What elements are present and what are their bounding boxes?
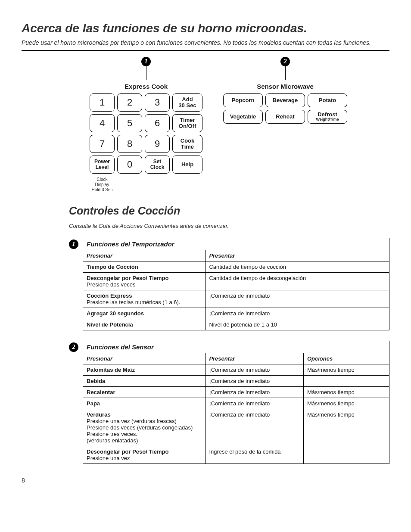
cell-sub: Presione una vez xyxy=(87,455,130,461)
key-7[interactable]: 7 xyxy=(90,135,115,153)
table-row: Descongelar por Peso/ Tiempo Presione un… xyxy=(83,446,389,464)
table-row: Nivel de Potencia Nivel de potencia de 1… xyxy=(83,319,389,330)
key-add30-l1: Add xyxy=(182,96,193,103)
page-subtitle: Puede usar el horno microondas por tiemp… xyxy=(22,39,389,47)
table-funciones-temporizador: Funciones del Temporizador Presionar Pre… xyxy=(83,238,389,330)
table1-h2: Presentar xyxy=(206,250,389,261)
cell: Cantidad de tiempo de descongelación xyxy=(206,272,389,290)
cell: Cantidad de tiempo de cocción xyxy=(206,261,389,272)
section-controles: Controles de Cocción Consulte la Guía de… xyxy=(69,205,389,464)
key-3[interactable]: 3 xyxy=(145,93,170,112)
cell: ¡Comienza de inmediato xyxy=(206,308,389,319)
key-timer-l1: Timer xyxy=(180,117,195,123)
table1-h1: Presionar xyxy=(83,250,206,261)
table2-h1: Presionar xyxy=(83,353,206,364)
cell: ¡Comienza de inmediato xyxy=(206,375,304,386)
cell xyxy=(303,375,389,386)
key-power-l2: Level xyxy=(96,165,109,170)
key-vegetable[interactable]: Vegetable xyxy=(223,110,263,124)
divider xyxy=(69,219,389,219)
cell: Nivel de Potencia xyxy=(83,319,206,330)
callout-2: 2 xyxy=(280,57,290,66)
key-9[interactable]: 9 xyxy=(145,135,170,153)
callout-table-2: 2 xyxy=(69,342,78,352)
cell: Tiempo de Cocción xyxy=(83,261,206,272)
table-funciones-sensor: Funciones del Sensor Presionar Presentar… xyxy=(83,341,389,464)
cell: Ingrese el peso de la comida xyxy=(206,446,304,464)
key-8[interactable]: 8 xyxy=(117,135,142,153)
key-defrost-l2: Weight/Time xyxy=(316,118,339,121)
cell-b: Descongelar por Peso/ Tiempo xyxy=(87,448,168,455)
key-set-clock[interactable]: Set Clock xyxy=(145,156,170,174)
table-row: Cocción ExpressPresione las teclas numér… xyxy=(83,290,389,308)
key-popcorn[interactable]: Popcorn xyxy=(223,93,263,107)
page-title: Acerca de las funciones de su horno micr… xyxy=(22,22,389,35)
key-reheat[interactable]: Reheat xyxy=(265,110,305,124)
key-defrost[interactable]: Defrost Weight/Time xyxy=(308,110,347,124)
key-4[interactable]: 4 xyxy=(90,114,115,132)
cell: Más/menos tiempo xyxy=(303,364,389,375)
cell: ¡Comienza de inmediato xyxy=(206,386,304,398)
key-1[interactable]: 1 xyxy=(90,93,115,112)
cell: Verduras Presione una vez (verduras fres… xyxy=(83,409,206,446)
key-5[interactable]: 5 xyxy=(117,114,142,132)
cell-b: Verduras xyxy=(87,411,111,418)
table-row: Verduras Presione una vez (verduras fres… xyxy=(83,409,389,446)
leader-line xyxy=(146,66,146,80)
foot-l1: Clock Display xyxy=(95,177,109,187)
cell: ¡Comienza de inmediato xyxy=(206,409,304,446)
table-row: Bebida ¡Comienza de inmediato xyxy=(83,375,389,386)
cell: Nivel de potencia de 1 a 10 xyxy=(206,319,389,330)
key-cook-l2: Time xyxy=(181,144,194,150)
cell-sub: (verduras enlatadas) xyxy=(87,437,138,444)
cell: ¡Comienza de inmediato xyxy=(206,398,304,409)
table-row: Tiempo de Cocción Cantidad de tiempo de … xyxy=(83,261,389,272)
cell xyxy=(303,446,389,464)
cell-sub: Presione dos veces (verduras congeladas) xyxy=(87,424,193,431)
table2-wrap: 2 Funciones del Sensor Presionar Present… xyxy=(69,341,389,464)
cell: Más/menos tiempo xyxy=(303,398,389,409)
cell: Cocción ExpressPresione las teclas numér… xyxy=(83,290,206,308)
cell: Más/menos tiempo xyxy=(303,409,389,446)
cell: Bebida xyxy=(83,375,206,386)
key-setclock-l1: Set xyxy=(153,159,162,165)
foot-l2: Hold 3 Sec xyxy=(92,187,113,192)
table2-title: Funciones del Sensor xyxy=(83,341,389,353)
key-power-level[interactable]: Power Level xyxy=(90,156,115,174)
keypad: 1 2 3 Add 30 Sec 4 5 6 Timer On/Off 7 8 … xyxy=(90,93,202,193)
key-cook-time[interactable]: Cook Time xyxy=(172,135,202,153)
key-2[interactable]: 2 xyxy=(117,93,142,112)
sensor-keys: Popcorn Beverage Potato Vegetable Reheat… xyxy=(223,93,347,124)
key-timer-onoff[interactable]: Timer On/Off xyxy=(172,114,202,132)
cell: ¡Comienza de inmediato xyxy=(206,364,304,375)
cell-sub: Presione las teclas numéricas (1 a 6). xyxy=(87,299,180,305)
key-setclock-l2: Clock xyxy=(150,165,165,170)
panel-sensor-microwave: 2 Sensor Microwave Popcorn Beverage Pota… xyxy=(223,57,347,193)
table2-h3: Opciones xyxy=(303,353,389,364)
callout-1: 1 xyxy=(141,57,151,66)
table-row: Recalentar ¡Comienza de inmediato Más/me… xyxy=(83,386,389,398)
cell-b: Descongelar por Peso/ Tiempo xyxy=(87,275,168,281)
cell: Descongelar por Peso/ Tiempo Presione un… xyxy=(83,446,206,464)
key-power-l1: Power xyxy=(94,159,110,165)
cell: Palomitas de Maíz xyxy=(83,364,206,375)
cell-sub: Presione dos veces xyxy=(87,281,135,288)
panel-title-sensor: Sensor Microwave xyxy=(257,83,314,90)
key-6[interactable]: 6 xyxy=(145,114,170,132)
key-cook-l1: Cook xyxy=(181,138,195,144)
cell: ¡Comienza de inmediato xyxy=(206,290,389,308)
key-timer-l2: On/Off xyxy=(179,123,196,129)
keypad-footnote: Clock Display Hold 3 Sec xyxy=(90,177,115,193)
key-potato[interactable]: Potato xyxy=(308,93,347,107)
key-0[interactable]: 0 xyxy=(117,156,142,174)
page-number: 8 xyxy=(22,477,389,484)
callout-table-1: 1 xyxy=(69,240,78,249)
key-beverage[interactable]: Beverage xyxy=(265,93,305,107)
cell-b: Cocción Express xyxy=(87,292,132,299)
key-help[interactable]: Help xyxy=(172,156,202,174)
table1-wrap: 1 Funciones del Temporizador Presionar P… xyxy=(69,238,389,330)
panel-title-express: Express Cook xyxy=(125,83,168,90)
key-add-30-sec[interactable]: Add 30 Sec xyxy=(172,93,202,112)
section-title: Controles de Cocción xyxy=(69,205,389,217)
diagram-panels: 1 Express Cook 1 2 3 Add 30 Sec 4 5 6 Ti… xyxy=(22,57,389,193)
